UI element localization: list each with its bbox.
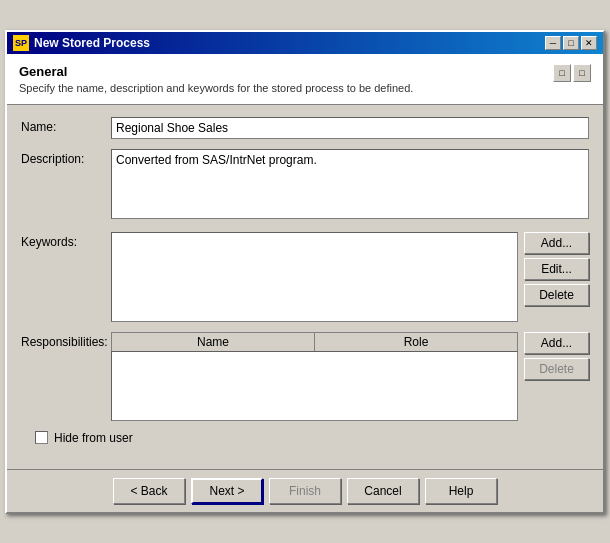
hide-from-user-row: Hide from user (21, 431, 589, 445)
next-button[interactable]: Next > (191, 478, 263, 504)
header-title: General (19, 64, 543, 79)
header-text-area: General Specify the name, description an… (19, 64, 543, 94)
keywords-content: Add... Edit... Delete (111, 232, 589, 322)
form-content: Name: Description: Converted from SAS/In… (7, 105, 603, 469)
description-input[interactable]: Converted from SAS/IntrNet program. (111, 149, 589, 219)
title-bar: SP New Stored Process ─ □ ✕ (7, 32, 603, 54)
help-button[interactable]: Help (425, 478, 497, 504)
responsibilities-content: Name Role Add... Delete (111, 332, 589, 421)
minimize-button[interactable]: ─ (545, 36, 561, 50)
name-label: Name: (21, 117, 111, 134)
resp-name-header: Name (112, 333, 315, 351)
finish-button[interactable]: Finish (269, 478, 341, 504)
responsibilities-list[interactable] (111, 351, 518, 421)
header-section: General Specify the name, description an… (7, 54, 603, 105)
resp-header: Name Role (111, 332, 518, 351)
description-field-container: Converted from SAS/IntrNet program. (111, 149, 589, 222)
responsibilities-label: Responsibilities: (21, 332, 111, 349)
resp-role-header: Role (315, 333, 517, 351)
back-button[interactable]: < Back (113, 478, 185, 504)
resp-delete-button[interactable]: Delete (524, 358, 589, 380)
new-stored-process-window: SP New Stored Process ─ □ ✕ General Spec… (5, 30, 605, 514)
keywords-delete-button[interactable]: Delete (524, 284, 589, 306)
header-ctrl-btn-1[interactable]: □ (553, 64, 571, 82)
hide-from-user-label: Hide from user (54, 431, 133, 445)
description-label: Description: (21, 149, 111, 166)
window-controls: ─ □ ✕ (545, 36, 597, 50)
responsibilities-buttons: Add... Delete (524, 332, 589, 421)
keywords-list[interactable] (111, 232, 518, 322)
cancel-button[interactable]: Cancel (347, 478, 419, 504)
resp-add-button[interactable]: Add... (524, 332, 589, 354)
keywords-buttons: Add... Edit... Delete (524, 232, 589, 322)
name-input[interactable] (111, 117, 589, 139)
name-row: Name: (21, 117, 589, 139)
close-button[interactable]: ✕ (581, 36, 597, 50)
maximize-button[interactable]: □ (563, 36, 579, 50)
responsibilities-table-area: Name Role (111, 332, 518, 421)
header-ctrl-btn-2[interactable]: □ (573, 64, 591, 82)
name-field-container (111, 117, 589, 139)
window-icon: SP (13, 35, 29, 51)
keywords-row: Keywords: Add... Edit... Delete (21, 232, 589, 322)
keywords-edit-button[interactable]: Edit... (524, 258, 589, 280)
description-row: Description: Converted from SAS/IntrNet … (21, 149, 589, 222)
header-subtitle: Specify the name, description and keywor… (19, 82, 543, 94)
header-controls: □ □ (553, 64, 591, 82)
window-title: New Stored Process (34, 36, 150, 50)
responsibilities-row: Responsibilities: Name Role Add... Delet… (21, 332, 589, 421)
keywords-label: Keywords: (21, 232, 111, 249)
keywords-add-button[interactable]: Add... (524, 232, 589, 254)
hide-from-user-checkbox[interactable] (35, 431, 48, 444)
footer: < Back Next > Finish Cancel Help (7, 469, 603, 512)
